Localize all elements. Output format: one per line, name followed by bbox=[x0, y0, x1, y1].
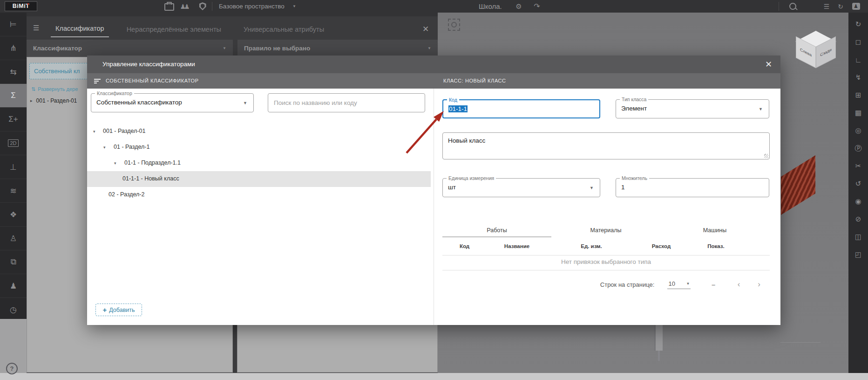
tree-row[interactable]: ▾ 001 - Раздел-01 bbox=[87, 124, 434, 139]
bindings-table-header: Код Название Ед. изм. Расход Показ. bbox=[442, 243, 770, 249]
workspace-selector[interactable]: Базовое пространство bbox=[219, 0, 285, 13]
classifier-management-dialog: Управление классификаторами ✕ СОБСТВЕННЫ… bbox=[87, 55, 780, 325]
filter-list-icon[interactable] bbox=[94, 79, 101, 83]
tab-universal-attributes[interactable]: Универсальные атрибуты bbox=[239, 22, 329, 37]
parking-icon[interactable]: Ⓟ bbox=[848, 139, 868, 157]
plus-icon: + bbox=[102, 306, 107, 314]
tab-classifier[interactable]: Классификатор bbox=[51, 21, 109, 37]
section-cut-icon[interactable]: ✂ bbox=[848, 157, 868, 175]
rule-dropdown[interactable]: Правило не выбрано ▼ bbox=[237, 40, 438, 57]
code-input[interactable]: Код 01-1-1 bbox=[442, 99, 600, 118]
close-icon[interactable]: ✕ bbox=[765, 55, 772, 73]
tree-node-root[interactable]: ▸ 001 - Раздел-01 bbox=[30, 97, 77, 104]
search-icon[interactable] bbox=[787, 0, 798, 13]
classifier-tabs: Классификатор Нераспределённые элементы … bbox=[51, 21, 342, 37]
topbar-divider bbox=[779, 2, 779, 11]
navigation-cube[interactable]: Слева Сзади bbox=[795, 31, 836, 69]
model-pillar-fragment bbox=[654, 325, 663, 351]
briefcase-icon[interactable] bbox=[163, 0, 175, 13]
gauge-icon[interactable]: ◷ bbox=[0, 298, 27, 322]
visibility-icon[interactable]: ◉ bbox=[848, 193, 868, 210]
tree-row[interactable]: 02 - Раздел-2 bbox=[87, 187, 434, 203]
chevron-down-icon: ▼ bbox=[759, 107, 763, 111]
class-type-select[interactable]: Тип класса Элемент ▼ bbox=[616, 99, 769, 118]
binding-tabs: Работы Материалы Машины bbox=[442, 227, 769, 237]
tab-machines[interactable]: Машины bbox=[660, 227, 769, 237]
rows-per-page-select[interactable]: 10 ▼ bbox=[667, 280, 691, 289]
share-icon[interactable]: ↷ bbox=[532, 0, 542, 13]
folder-transfer-icon[interactable]: ⧉ bbox=[0, 250, 27, 274]
resize-handle-icon[interactable] bbox=[764, 154, 768, 158]
empty-table-message: Нет привязок выбранного типа bbox=[442, 258, 770, 265]
chevron-down-icon: ▼ bbox=[223, 46, 226, 50]
expanded-arrow-icon[interactable]: ▾ bbox=[114, 161, 116, 166]
expanded-arrow-icon[interactable]: ▾ bbox=[93, 129, 95, 134]
measure-icon[interactable]: ∟ bbox=[848, 51, 868, 69]
user-check-icon[interactable]: ♙ bbox=[0, 227, 27, 250]
panel-menu-icon[interactable]: ☰ bbox=[33, 24, 39, 32]
search-input[interactable] bbox=[268, 93, 425, 112]
bimit-logo: BiMiT bbox=[5, 1, 37, 11]
selection-region-icon[interactable] bbox=[448, 19, 460, 31]
tree-row[interactable]: ▾ 01 - Раздел-1 bbox=[87, 139, 434, 155]
target-icon[interactable]: ◎ bbox=[848, 122, 868, 139]
refresh-icon[interactable]: ↺ bbox=[848, 175, 868, 193]
left-pane-header: СОБСТВЕННЫЙ КЛАССИФИКАТОР bbox=[106, 73, 199, 89]
layout-icon[interactable]: ⊞ bbox=[848, 86, 868, 104]
scheme-icon[interactable]: ⊥ bbox=[0, 155, 27, 179]
tree-row[interactable]: ▾ 01-1 - Подраздел-1.1 bbox=[87, 155, 434, 171]
right-pane-header: КЛАСС: НОВЫЙ КЛАСС bbox=[443, 73, 506, 89]
class-name-textarea[interactable]: Новый класс bbox=[442, 132, 770, 159]
tree-structure-icon[interactable]: ⊨ bbox=[0, 13, 27, 36]
chevron-down-icon: ▼ bbox=[427, 46, 431, 50]
annotation-arrow bbox=[403, 106, 449, 158]
dialog-subheader: СОБСТВЕННЫЙ КЛАССИФИКАТОР КЛАСС: НОВЫЙ К… bbox=[87, 73, 780, 89]
unit-select[interactable]: Единица измерения шт ▼ bbox=[442, 178, 600, 197]
orbit-icon[interactable]: ↻ bbox=[848, 15, 868, 33]
visibility-off-icon[interactable]: ⊘ bbox=[848, 210, 868, 228]
gear-icon[interactable]: ⚙ bbox=[514, 0, 524, 13]
branch-icon[interactable]: ⋔ bbox=[0, 36, 27, 60]
help-button[interactable]: ? bbox=[6, 363, 18, 374]
tab-unassigned-elements[interactable]: Нераспределённые элементы bbox=[122, 22, 226, 37]
previous-page-icon[interactable]: ‹ bbox=[738, 280, 740, 289]
select-frame-icon[interactable]: ◻ bbox=[848, 33, 868, 51]
shield-icon[interactable] bbox=[197, 0, 209, 13]
panel-close-icon[interactable]: ✕ bbox=[422, 24, 429, 34]
left-toolbar: ⊨ ⋔ ⇆ Σ Σ+ 2D ⊥ ≋ ❖ ♙ ⧉ ♟ ◷ bbox=[0, 13, 27, 319]
team-icon[interactable]: ♟♟ bbox=[178, 0, 190, 13]
sum-icon[interactable]: Σ bbox=[0, 84, 27, 108]
classifier-select[interactable]: Классификатор Собственный классификатор … bbox=[91, 93, 254, 112]
expand-tree-link[interactable]: ⇅ Развернуть дере bbox=[31, 86, 78, 92]
classifier-dropdown[interactable]: Классификатор ▼ bbox=[27, 40, 233, 57]
workspace-caret-icon[interactable]: ▼ bbox=[291, 0, 298, 13]
add-binding-button[interactable]: + Добавить bbox=[95, 304, 142, 316]
tab-materials[interactable]: Материалы bbox=[551, 227, 660, 237]
notifications-sync-icon[interactable]: ↻ bbox=[835, 0, 846, 13]
sheet-2d-icon[interactable]: 2D bbox=[0, 131, 27, 155]
col-display: Показ. bbox=[687, 243, 745, 249]
flash-icon[interactable]: ↯ bbox=[848, 69, 868, 86]
clip-box-icon[interactable]: ◰ bbox=[848, 246, 868, 263]
topbar-divider bbox=[212, 2, 212, 11]
table-icon[interactable]: ▦ bbox=[848, 104, 868, 122]
tree-row-selected[interactable]: 01-1-1 - Новый класс bbox=[87, 171, 431, 187]
list-icon[interactable]: ☰ bbox=[821, 0, 832, 13]
shuffle-icon[interactable]: ⇆ bbox=[0, 60, 27, 84]
sum-add-icon[interactable]: Σ+ bbox=[0, 108, 27, 131]
account-icon[interactable]: ♟ bbox=[850, 0, 861, 13]
col-unit: Ед. изм. bbox=[547, 243, 636, 249]
cube-view-icon[interactable]: ◫ bbox=[848, 228, 868, 246]
graph-icon[interactable]: ≋ bbox=[0, 179, 27, 203]
chevron-down-icon: ▼ bbox=[686, 282, 690, 286]
plugin-icon[interactable]: ❖ bbox=[0, 203, 27, 227]
pagination: Строк на странице: 10 ▼ – ‹ › bbox=[442, 276, 760, 293]
table-divider bbox=[442, 255, 770, 256]
model-roof-fragment bbox=[781, 155, 815, 215]
expanded-arrow-icon[interactable]: ▾ bbox=[103, 145, 106, 150]
project-title: Школа. bbox=[479, 0, 502, 13]
tab-works[interactable]: Работы bbox=[442, 227, 551, 237]
next-page-icon[interactable]: › bbox=[758, 280, 760, 289]
multiplier-input[interactable]: Множитель 1 bbox=[616, 178, 769, 197]
user-location-icon[interactable]: ♟ bbox=[0, 274, 27, 298]
